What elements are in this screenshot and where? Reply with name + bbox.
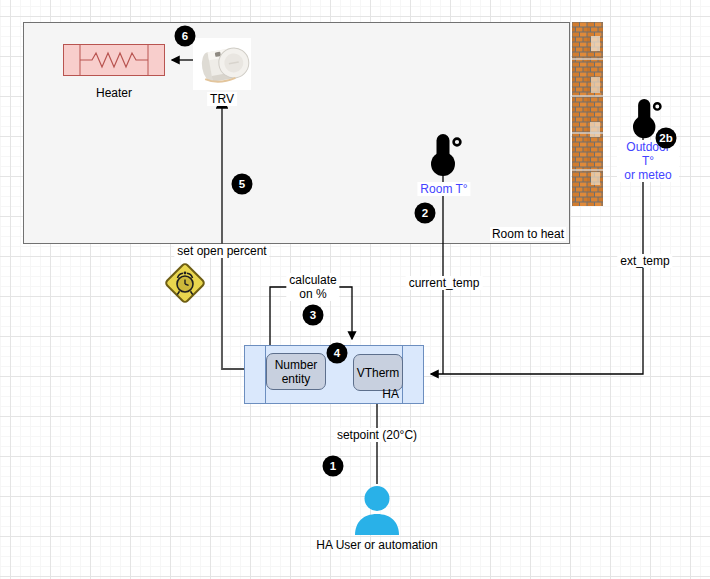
room-thermometer-icon bbox=[430, 133, 462, 179]
vtherm-box: VTherm bbox=[353, 354, 403, 391]
brick-wall bbox=[572, 22, 603, 206]
badge-1: 1 bbox=[323, 456, 344, 477]
room-temp-label: Room T° bbox=[417, 182, 470, 196]
ha-label: HA bbox=[382, 387, 399, 401]
user-label: HA User or automation bbox=[316, 538, 437, 552]
badge-6: 6 bbox=[175, 26, 196, 47]
number-entity-box: Number entity bbox=[266, 353, 326, 390]
badge-4: 4 bbox=[327, 343, 348, 364]
edge-label-ext-temp: ext_temp bbox=[617, 254, 672, 268]
edge-label-setpoint: setpoint (20°C) bbox=[334, 428, 420, 442]
heater-label: Heater bbox=[96, 86, 132, 100]
edge-label-calculate-on-percent: calculate on % bbox=[286, 273, 339, 301]
user-icon bbox=[352, 485, 402, 535]
room-label: Room to heat bbox=[490, 227, 566, 241]
number-entity-label: Number entity bbox=[275, 358, 318, 386]
badge-2: 2 bbox=[415, 203, 436, 224]
badge-5: 5 bbox=[232, 174, 253, 195]
edge-label-set-open-percent: set open percent bbox=[174, 244, 269, 258]
alarm-diamond-icon bbox=[158, 256, 212, 310]
resistor-icon bbox=[64, 45, 164, 75]
diagram-canvas: Room to heat bbox=[0, 0, 710, 579]
badge-2b: 2b bbox=[656, 128, 677, 149]
edge-label-current-temp: current_temp bbox=[406, 276, 483, 290]
heater-shape bbox=[63, 44, 165, 76]
trv-label: TRV bbox=[207, 92, 237, 106]
vtherm-label: VTherm bbox=[357, 366, 400, 380]
badge-3: 3 bbox=[303, 305, 324, 326]
trv-image bbox=[193, 38, 251, 90]
